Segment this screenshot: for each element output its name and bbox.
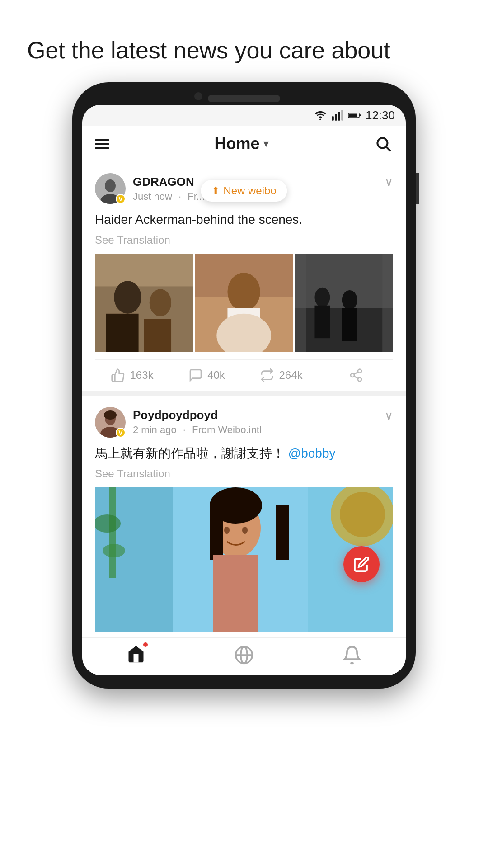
svg-rect-51	[210, 505, 223, 560]
post-time: Just now · Fr...	[133, 191, 205, 203]
svg-point-28	[314, 288, 330, 307]
home-icon	[126, 644, 146, 664]
svg-point-54	[242, 527, 248, 534]
avatar-wrap: V	[95, 173, 126, 204]
hamburger-menu-button[interactable]	[95, 139, 109, 149]
compose-icon	[353, 556, 370, 572]
post-mention[interactable]: @bobby	[288, 446, 336, 460]
post-header-left-2: V Poydpoydpoyd 2 min ago · From Weibo.in…	[95, 407, 262, 438]
svg-rect-55	[213, 555, 258, 632]
nav-notifications[interactable]	[342, 645, 362, 665]
svg-point-11	[105, 179, 116, 192]
post-header-left: V GDRAGON Just now · Fr...	[95, 173, 205, 204]
post-image-1[interactable]	[95, 254, 193, 352]
phone-screen: 12:30 Home ▾	[82, 105, 406, 675]
svg-point-53	[224, 527, 230, 534]
status-bar: 12:30	[82, 105, 406, 126]
repost-count: 264k	[279, 369, 302, 382]
post-text-2: 馬上就有新的作品啦，謝謝支持！ @bobby	[95, 444, 393, 463]
svg-line-35	[354, 376, 358, 378]
header-title-section[interactable]: Home ▾	[214, 134, 268, 153]
svg-rect-30	[314, 306, 330, 338]
page-headline: Get the latest news you care about	[0, 0, 488, 82]
wifi-icon	[314, 109, 327, 122]
nav-dot	[143, 642, 148, 647]
svg-point-15	[114, 281, 141, 314]
svg-point-34	[358, 377, 361, 381]
avatar-wrap-2: V	[95, 407, 126, 438]
svg-rect-7	[349, 114, 357, 117]
post-image-grid	[95, 254, 393, 352]
svg-point-16	[150, 289, 171, 316]
page-container: Get the latest news you care about	[0, 0, 488, 868]
svg-rect-27	[382, 254, 393, 352]
svg-point-48	[103, 544, 125, 557]
svg-rect-26	[295, 254, 306, 352]
new-weibo-badge[interactable]: ⬆ New weibo	[201, 180, 287, 202]
header-title-text: Home	[214, 134, 259, 153]
repost-button[interactable]: 264k	[244, 368, 319, 382]
svg-point-21	[228, 273, 260, 311]
like-button[interactable]: 163k	[95, 368, 169, 382]
svg-rect-42	[95, 487, 173, 632]
comment-icon	[188, 368, 203, 382]
svg-rect-17	[106, 314, 138, 352]
see-translation-button-2[interactable]: See Translation	[95, 467, 393, 480]
post-options-icon[interactable]: ∨	[385, 175, 393, 189]
post-image-3[interactable]	[295, 254, 393, 352]
post-options-icon-2[interactable]: ∨	[385, 409, 393, 423]
svg-rect-3	[338, 112, 340, 121]
comment-button[interactable]: 40k	[169, 368, 244, 382]
phone-frame: 12:30 Home ▾	[72, 82, 416, 688]
post-single-image[interactable]	[95, 487, 393, 632]
app-header: Home ▾ ⬆ New weibo	[82, 126, 406, 162]
post-text: Haider Ackerman-behind the scenes.	[95, 210, 393, 229]
feed-container: V GDRAGON Just now · Fr...	[82, 162, 406, 632]
see-translation-button[interactable]: See Translation	[95, 234, 393, 246]
post-image-2[interactable]	[195, 254, 293, 352]
status-time: 12:30	[366, 108, 395, 123]
svg-rect-4	[341, 110, 343, 121]
verified-badge-2: V	[116, 428, 126, 438]
new-weibo-arrow-icon: ⬆	[211, 185, 220, 197]
new-weibo-label: New weibo	[223, 184, 276, 197]
compose-fab-button[interactable]	[343, 546, 380, 582]
post-username: GDRAGON	[133, 175, 205, 189]
svg-rect-6	[359, 114, 361, 116]
repost-icon	[260, 368, 274, 382]
svg-rect-18	[144, 319, 171, 352]
phone-speaker	[208, 95, 280, 102]
comment-count: 40k	[207, 369, 225, 382]
phone-side-button	[416, 173, 419, 204]
share-icon	[349, 368, 363, 382]
svg-rect-1	[332, 117, 334, 121]
svg-point-45	[340, 492, 385, 537]
svg-point-8	[377, 138, 387, 148]
svg-line-36	[354, 372, 358, 374]
post-meta: GDRAGON Just now · Fr...	[133, 175, 205, 203]
like-count: 163k	[130, 369, 153, 382]
svg-point-0	[319, 119, 321, 121]
notification-icon	[342, 645, 362, 665]
verified-badge: V	[116, 194, 126, 204]
post-card-2: V Poydpoydpoyd 2 min ago · From Weibo.in…	[82, 396, 406, 632]
status-icons: 12:30	[314, 108, 395, 123]
share-button[interactable]	[319, 368, 393, 382]
svg-point-29	[342, 290, 357, 310]
phone-camera	[194, 92, 202, 100]
post-header-2: V Poydpoydpoyd 2 min ago · From Weibo.in…	[95, 407, 393, 438]
svg-rect-52	[276, 505, 289, 560]
phone-frame-wrapper: 12:30 Home ▾	[72, 82, 416, 688]
svg-line-9	[386, 147, 390, 151]
svg-rect-46	[109, 487, 116, 578]
explore-icon	[234, 645, 254, 665]
search-button[interactable]	[373, 134, 393, 154]
post-username-2: Poydpoydpoyd	[133, 408, 262, 422]
like-icon	[111, 368, 125, 382]
nav-home[interactable]	[126, 644, 146, 666]
svg-rect-31	[342, 308, 357, 341]
post-time-2: 2 min ago · From Weibo.intl	[133, 424, 262, 436]
search-icon	[375, 135, 392, 152]
nav-explore[interactable]	[234, 645, 254, 665]
battery-icon	[348, 109, 361, 122]
